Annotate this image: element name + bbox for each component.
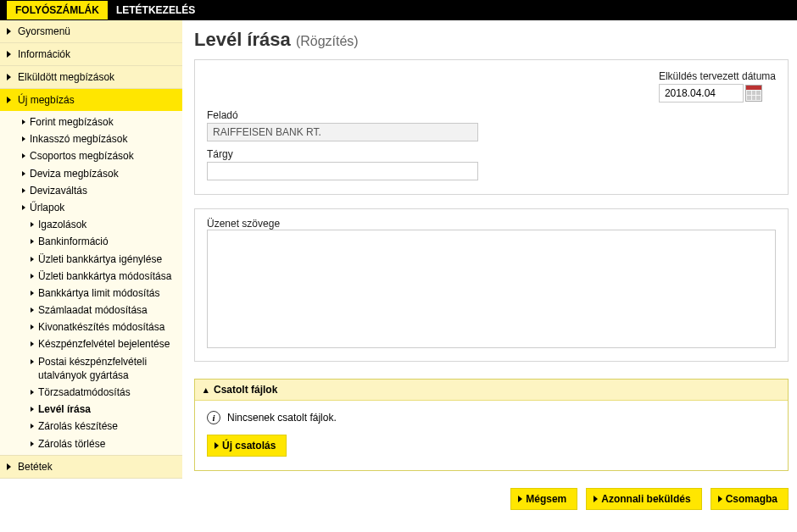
sidebar-sub-label: Postai készpénzfelvételi utalványok gyár… bbox=[38, 355, 179, 382]
sidebar-label: Elküldött megbízások bbox=[18, 71, 114, 83]
sidebar-sub2-uzleti-mod[interactable]: Üzleti bankkártya módosítása bbox=[27, 268, 182, 285]
chevron-right-icon bbox=[7, 51, 11, 58]
targy-label: Tárgy bbox=[207, 148, 487, 160]
topnav-tab-folyoszamlak[interactable]: FOLYÓSZÁMLÁK bbox=[7, 1, 108, 19]
sidebar-sub-label: Kivonatkészítés módosítása bbox=[38, 320, 164, 334]
sidebar-sub-label: Devizaváltás bbox=[30, 184, 87, 197]
topnav-tab-letetkezeles[interactable]: LETÉTKEZELÉS bbox=[108, 1, 203, 19]
caret-icon bbox=[31, 291, 34, 296]
sidebar-sub-label: Zárolás törlése bbox=[38, 437, 105, 451]
caret-icon bbox=[31, 257, 34, 262]
sidebar-sub2-bankinfo[interactable]: Bankinformáció bbox=[27, 233, 182, 250]
uzenet-label: Üzenet szövege bbox=[207, 218, 280, 230]
sidebar-sub-forint[interactable]: Forint megbízások bbox=[19, 114, 182, 130]
felado-label: Feladó bbox=[207, 109, 487, 121]
sidebar-sub2-kivonat[interactable]: Kivonatkészítés módosítása bbox=[27, 319, 182, 335]
sidebar-item-informaciok[interactable]: Információk bbox=[0, 43, 182, 65]
felado-input bbox=[207, 123, 478, 141]
caret-icon bbox=[31, 274, 34, 279]
caret-icon bbox=[31, 359, 34, 364]
page-title-text: Levél írása bbox=[194, 29, 291, 50]
sidebar-item-betetek[interactable]: Betétek bbox=[0, 456, 182, 478]
sidebar-sub2-igazolasok[interactable]: Igazolások bbox=[27, 216, 182, 233]
chevron-right-icon bbox=[7, 463, 11, 470]
caret-icon bbox=[31, 239, 34, 244]
attachments-title: Csatolt fájlok bbox=[214, 384, 277, 396]
sidebar-sub-label: Bankkártya limit módosítás bbox=[38, 286, 159, 300]
sidebar-sub-label: Üzleti bankkártya módosítása bbox=[38, 269, 171, 283]
sidebar-sub-label: Bankinformáció bbox=[38, 235, 109, 248]
caret-icon bbox=[31, 407, 34, 412]
page-title: Levél írása (Rögzítés) bbox=[194, 29, 789, 51]
sidebar-label: Gyorsmenü bbox=[18, 25, 70, 37]
sidebar-sub-csoportos[interactable]: Csoportos megbízások bbox=[19, 147, 182, 164]
sidebar-sub2-szamla-mod[interactable]: Számlaadat módosítása bbox=[27, 302, 182, 319]
attachments-panel: ▴ Csatolt fájlok i Nincsenek csatolt fáj… bbox=[194, 379, 789, 471]
uzenet-textarea[interactable] bbox=[207, 230, 776, 348]
sidebar-sub2-torzs[interactable]: Törzsadatmódosítás bbox=[27, 384, 182, 401]
sidebar-item-elkuldott[interactable]: Elküldött megbízások bbox=[0, 66, 182, 88]
sidebar-sub2-level-irasa[interactable]: Levél írása bbox=[27, 401, 182, 418]
sidebar-sub2-keszpenz[interactable]: Készpénzfelvétel bejelentése bbox=[27, 335, 182, 352]
caret-icon bbox=[22, 205, 25, 210]
sidebar-sub-label: Levél írása bbox=[38, 402, 91, 416]
sidebar-sub2-bankkartya-limit[interactable]: Bankkártya limit módosítás bbox=[27, 285, 182, 302]
sidebar-sub-label: Törzsadatmódosítás bbox=[38, 385, 131, 399]
caret-icon bbox=[31, 441, 34, 446]
attachments-empty-text: Nincsenek csatolt fájlok. bbox=[227, 412, 337, 424]
button-label: Új csatolás bbox=[222, 440, 276, 452]
caret-icon bbox=[594, 496, 598, 502]
new-attachment-button[interactable]: Új csatolás bbox=[207, 435, 287, 457]
sidebar-sub-label: Űrlapok bbox=[30, 201, 64, 214]
sidebar-sub2-zarolas-keszitese[interactable]: Zárolás készítése bbox=[27, 418, 182, 435]
caret-icon bbox=[718, 496, 722, 502]
caret-icon bbox=[215, 442, 219, 449]
caret-icon bbox=[22, 188, 25, 193]
sidebar-sub2-postai[interactable]: Postai készpénzfelvételi utalványok gyár… bbox=[27, 353, 182, 384]
sidebar-label: Betétek bbox=[18, 461, 53, 473]
caret-icon bbox=[31, 308, 34, 313]
calendar-icon[interactable] bbox=[745, 85, 762, 102]
sidebar-sub-label: Csoportos megbízások bbox=[30, 149, 134, 163]
package-button[interactable]: Csomagba bbox=[711, 488, 789, 510]
sidebar-sub-inkasszo[interactable]: Inkasszó megbízások bbox=[19, 130, 182, 147]
caret-icon bbox=[31, 341, 34, 346]
date-label: Elküldés tervezett dátuma bbox=[659, 70, 776, 82]
sidebar-sub-deviza[interactable]: Deviza megbízások bbox=[19, 165, 182, 182]
sidebar-sub-label: Készpénzfelvétel bejelentése bbox=[38, 337, 170, 351]
sidebar-item-uj-megbizas[interactable]: Új megbízás bbox=[0, 89, 182, 111]
sidebar: Gyorsmenü Információk Elküldött megbízás… bbox=[0, 20, 182, 527]
caret-icon bbox=[518, 496, 522, 502]
cancel-button[interactable]: Mégsem bbox=[510, 488, 577, 510]
message-panel: Üzenet szövege bbox=[194, 208, 789, 362]
targy-input[interactable] bbox=[207, 162, 478, 180]
caret-icon bbox=[31, 222, 34, 227]
caret-icon bbox=[31, 324, 34, 330]
caret-icon bbox=[22, 171, 25, 176]
chevron-up-icon: ▴ bbox=[203, 385, 209, 396]
caret-icon bbox=[22, 119, 25, 125]
sidebar-sub2-uzleti-igeny[interactable]: Üzleti bankkártya igénylése bbox=[27, 251, 182, 268]
form-panel: Feladó Tárgy Elküldés tervezett dátuma bbox=[194, 59, 789, 195]
chevron-right-icon bbox=[7, 74, 11, 80]
sidebar-sub-label: Számlaadat módosítása bbox=[38, 303, 148, 317]
button-label: Csomagba bbox=[726, 493, 777, 505]
button-label: Azonnali beküldés bbox=[601, 493, 690, 505]
sidebar-sub2-zarolas-torlese[interactable]: Zárolás törlése bbox=[27, 435, 182, 452]
sidebar-sub-devizavaltas[interactable]: Devizaváltás bbox=[19, 182, 182, 199]
sidebar-sub-urlapok[interactable]: Űrlapok bbox=[19, 199, 182, 216]
sidebar-sub-label: Inkasszó megbízások bbox=[30, 132, 127, 146]
send-now-button[interactable]: Azonnali beküldés bbox=[586, 488, 701, 510]
attachments-empty-info: i Nincsenek csatolt fájlok. bbox=[207, 411, 776, 424]
caret-icon bbox=[22, 136, 25, 141]
sidebar-sub-label: Deviza megbízások bbox=[30, 167, 119, 180]
attachments-header[interactable]: ▴ Csatolt fájlok bbox=[195, 380, 788, 401]
date-input[interactable] bbox=[659, 84, 744, 103]
sidebar-item-gyorsmenu[interactable]: Gyorsmenü bbox=[0, 20, 182, 42]
info-icon: i bbox=[207, 411, 220, 424]
sidebar-label: Információk bbox=[18, 48, 70, 60]
action-bar: Mégsem Azonnali beküldés Csomagba bbox=[194, 488, 789, 510]
chevron-right-icon bbox=[7, 97, 11, 103]
sidebar-sub-label: Zárolás készítése bbox=[38, 419, 118, 433]
caret-icon bbox=[31, 424, 34, 429]
